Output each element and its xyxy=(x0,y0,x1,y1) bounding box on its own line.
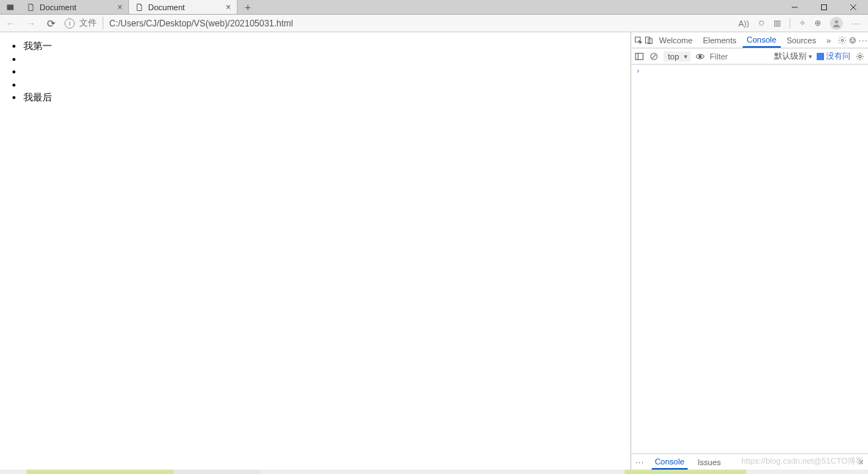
issues-indicator[interactable]: 没有问 xyxy=(817,51,850,62)
close-window-button[interactable] xyxy=(839,0,868,14)
app-icon[interactable]: ⊕ xyxy=(814,18,821,28)
tab-close-icon[interactable]: × xyxy=(117,2,122,12)
svg-rect-1 xyxy=(8,5,12,6)
favorites-icon[interactable]: ✩ xyxy=(758,18,765,28)
svg-point-12 xyxy=(851,39,852,40)
window-controls xyxy=(780,0,868,14)
profile-avatar[interactable] xyxy=(830,17,843,30)
extensions-icon[interactable]: ✧ xyxy=(799,18,806,28)
more-menu-icon[interactable]: ··· xyxy=(852,19,861,28)
page-content: 我第一 我最后 xyxy=(0,32,630,470)
list-item xyxy=(23,79,620,92)
device-toggle-icon[interactable] xyxy=(644,34,653,47)
drawer-tab-console[interactable]: Console xyxy=(652,455,687,470)
drawer-tab-issues[interactable]: Issues xyxy=(695,456,724,469)
tab-sources[interactable]: Sources xyxy=(782,34,820,47)
devtools-drawer: ··· Console Issues × xyxy=(631,453,868,470)
console-sidebar-toggle-icon[interactable] xyxy=(634,51,644,62)
svg-point-22 xyxy=(858,55,861,57)
site-info-icon[interactable]: i xyxy=(65,18,75,29)
svg-point-6 xyxy=(835,20,839,23)
inspect-element-icon[interactable] xyxy=(634,34,643,47)
browser-tab-2[interactable]: Document × xyxy=(129,0,238,14)
list-item xyxy=(23,65,620,79)
console-toolbar: top 默认级别 没有问 xyxy=(631,48,868,65)
svg-rect-3 xyxy=(822,4,827,10)
collections-icon[interactable]: ▥ xyxy=(773,18,781,28)
tab-welcome[interactable]: Welcome xyxy=(655,34,697,47)
execution-context-select[interactable]: top xyxy=(663,52,691,61)
feedback-icon[interactable] xyxy=(848,34,857,47)
console-output[interactable]: › xyxy=(631,65,868,453)
drawer-close-icon[interactable]: × xyxy=(858,457,864,467)
browser-tab-1[interactable]: Document × xyxy=(21,0,129,14)
devtools-more-icon[interactable]: ··· xyxy=(858,36,867,45)
tab-title: Document xyxy=(40,3,76,12)
document-icon xyxy=(135,3,144,12)
settings-gear-icon[interactable] xyxy=(838,34,847,47)
drawer-more-icon[interactable]: ··· xyxy=(636,458,644,467)
devtools-tabbar: Welcome Elements Console Sources » ··· xyxy=(631,32,868,48)
list-item: 我最后 xyxy=(23,91,620,104)
tab-actions-icon[interactable] xyxy=(0,0,21,14)
tab-console[interactable]: Console xyxy=(743,33,781,48)
minimize-button[interactable] xyxy=(780,0,809,14)
tab-title: Document xyxy=(148,3,185,12)
refresh-button[interactable]: ⟳ xyxy=(41,18,62,29)
console-filter-input[interactable] xyxy=(710,52,754,61)
devtools-panel: Welcome Elements Console Sources » ··· t… xyxy=(630,32,868,470)
address-actions: A)) ✩ ▥ ✧ ⊕ ··· xyxy=(738,17,865,30)
list-item xyxy=(23,53,620,66)
back-button[interactable]: ← xyxy=(0,18,21,29)
svg-point-21 xyxy=(699,55,702,57)
divider xyxy=(790,18,790,29)
content-list: 我第一 我最后 xyxy=(23,40,620,104)
url-scheme-label: 文件 xyxy=(79,17,103,29)
maximize-button[interactable] xyxy=(809,0,839,14)
new-tab-button[interactable]: + xyxy=(238,0,258,14)
svg-rect-8 xyxy=(646,37,650,43)
tab-elements[interactable]: Elements xyxy=(699,34,741,47)
url-text[interactable]: C:/Users/CJ/Desktop/VS(web)/202105031.ht… xyxy=(109,18,738,29)
svg-rect-0 xyxy=(7,4,14,10)
address-bar: ← → ⟳ i 文件 C:/Users/CJ/Desktop/VS(web)/2… xyxy=(0,15,868,32)
svg-point-13 xyxy=(853,39,854,40)
taskbar-strip xyxy=(0,470,868,474)
document-icon xyxy=(26,3,35,12)
tab-close-icon[interactable]: × xyxy=(226,2,231,12)
log-levels-select[interactable]: 默认级别 xyxy=(774,51,812,62)
console-settings-icon[interactable] xyxy=(855,51,865,62)
tabs-overflow-icon[interactable]: » xyxy=(822,34,835,47)
console-prompt: › xyxy=(636,66,641,76)
svg-line-19 xyxy=(652,54,655,58)
list-item: 我第一 xyxy=(23,40,620,53)
read-aloud-icon[interactable]: A)) xyxy=(738,19,749,28)
main-area: 我第一 我最后 Welcome Elements Console Sources… xyxy=(0,32,868,470)
svg-point-10 xyxy=(842,39,844,41)
clear-console-icon[interactable] xyxy=(649,51,659,62)
titlebar: Document × Document × + xyxy=(0,0,868,15)
live-expression-icon[interactable] xyxy=(695,51,705,62)
forward-button[interactable]: → xyxy=(21,18,41,29)
svg-rect-16 xyxy=(636,53,643,59)
